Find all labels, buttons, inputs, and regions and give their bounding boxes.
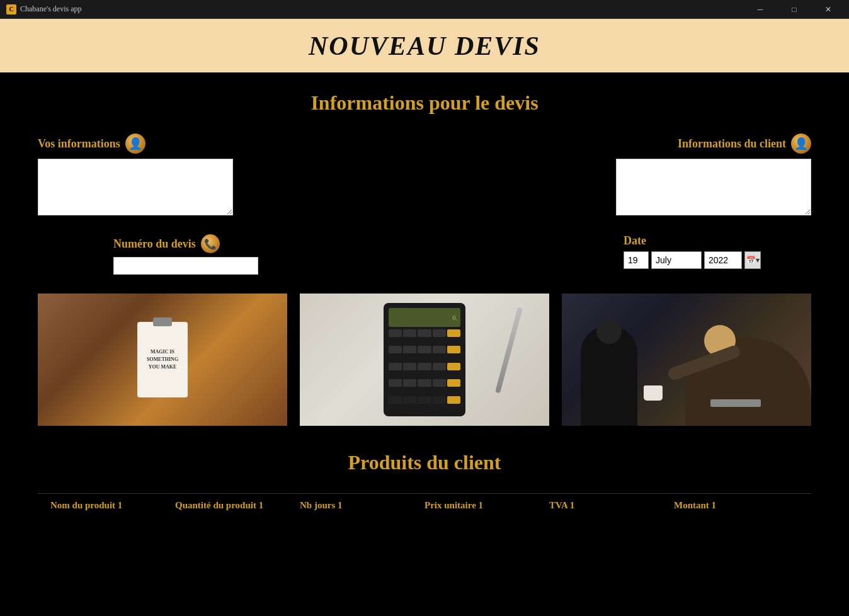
- section-title-info: Informations pour le devis: [38, 91, 811, 115]
- calc-key: [403, 346, 416, 353]
- calc-key: [418, 329, 431, 337]
- titlebar: C Chabane's devis app ─ □ ✕: [0, 0, 849, 19]
- calendar-icon: 📅▾: [746, 256, 760, 265]
- calc-screen: 0.: [389, 308, 460, 327]
- col-header-1: Quantité du produit 1: [175, 500, 300, 511]
- date-block: Date 📅▾: [624, 234, 761, 269]
- calc-key: [403, 379, 416, 387]
- calc-key: [447, 329, 460, 337]
- app-header: NOUVEAU DEVIS: [0, 19, 849, 72]
- app-icon: C: [6, 4, 16, 14]
- calc-key: [433, 346, 446, 353]
- titlebar-left: C Chabane's devis app: [6, 4, 81, 14]
- calendar-button[interactable]: 📅▾: [744, 251, 761, 269]
- calc-key: [447, 396, 460, 404]
- coffee-cup: [644, 385, 663, 401]
- calc-key: [418, 379, 431, 387]
- calc-key: [418, 346, 431, 353]
- vos-informations-block: Vos informations 👤: [38, 134, 233, 215]
- numero-date-row: Numéro du devis 📞 Date 📅▾: [38, 234, 811, 275]
- calc-key: [447, 346, 460, 353]
- minimize-button[interactable]: ─: [746, 0, 775, 19]
- person-2: [685, 338, 811, 426]
- calc-key: [403, 329, 416, 337]
- calc-key: [389, 379, 402, 387]
- numero-input[interactable]: [113, 257, 258, 275]
- client-info-block: Informations du client 👤: [616, 134, 811, 215]
- client-informations-textarea[interactable]: [616, 159, 811, 215]
- main-content: Informations pour le devis Vos informati…: [0, 72, 849, 536]
- calc-key: [389, 329, 402, 337]
- vos-informations-textarea[interactable]: [38, 159, 233, 215]
- person-1: [581, 325, 637, 426]
- calc-key: [433, 329, 446, 337]
- date-row: 📅▾: [624, 251, 761, 269]
- phone-icon: 📞: [201, 234, 220, 253]
- table-headers: Nom du produit 1 Quantité du produit 1 N…: [38, 493, 811, 517]
- images-row: MAGIC ISSOMETHINGYOU MAKE 0.: [38, 294, 811, 426]
- calc-key: [403, 396, 416, 404]
- col-header-3: Prix unitaire 1: [424, 500, 549, 511]
- laptop: [710, 399, 761, 407]
- calc-key: [433, 396, 446, 404]
- meeting-scene: [562, 294, 811, 426]
- date-day-input[interactable]: [624, 251, 649, 269]
- info-section: Vos informations 👤 Informations du clien…: [38, 134, 811, 215]
- clipboard-image: MAGIC ISSOMETHINGYOU MAKE: [38, 294, 287, 426]
- calc-key: [389, 363, 402, 370]
- numero-devis-block: Numéro du devis 📞: [113, 234, 258, 275]
- clipboard-clip: [153, 317, 172, 326]
- pen-decoration: [495, 307, 523, 393]
- col-header-4: TVA 1: [549, 500, 674, 511]
- calc-key: [433, 363, 446, 370]
- app-title: Chabane's devis app: [20, 4, 81, 14]
- col-header-2: Nb jours 1: [300, 500, 424, 511]
- vos-informations-label: Vos informations 👤: [38, 134, 233, 154]
- titlebar-controls: ─ □ ✕: [746, 0, 843, 19]
- calc-key: [447, 379, 460, 387]
- date-month-input[interactable]: [651, 251, 702, 269]
- maximize-button[interactable]: □: [780, 0, 809, 19]
- calc-buttons: [389, 329, 460, 411]
- date-label: Date: [624, 234, 761, 248]
- close-button[interactable]: ✕: [814, 0, 843, 19]
- products-section: Produits du client Nom du produit 1 Quan…: [38, 445, 811, 517]
- person-icon-self: 👤: [125, 134, 145, 154]
- head-1: [596, 319, 622, 344]
- calc-key: [447, 363, 460, 370]
- calc-key: [433, 379, 446, 387]
- col-header-0: Nom du produit 1: [50, 500, 175, 511]
- meeting-image: [562, 294, 811, 426]
- arm-2: [666, 344, 742, 382]
- col-header-5: Montant 1: [674, 500, 799, 511]
- calc-key: [389, 396, 402, 404]
- clipboard-inner: MAGIC ISSOMETHINGYOU MAKE: [137, 322, 188, 397]
- calculator-image: 0.: [300, 294, 549, 426]
- page-title: NOUVEAU DEVIS: [309, 31, 540, 61]
- numero-label: Numéro du devis 📞: [113, 234, 258, 253]
- calculator-body: 0.: [384, 303, 465, 416]
- calc-key: [418, 396, 431, 404]
- date-year-input[interactable]: [704, 251, 742, 269]
- calc-key: [403, 363, 416, 370]
- person-icon-client: 👤: [791, 134, 811, 154]
- calc-key: [389, 346, 402, 353]
- products-title: Produits du client: [38, 451, 811, 474]
- calc-key: [418, 363, 431, 370]
- client-informations-label: Informations du client 👤: [678, 134, 811, 154]
